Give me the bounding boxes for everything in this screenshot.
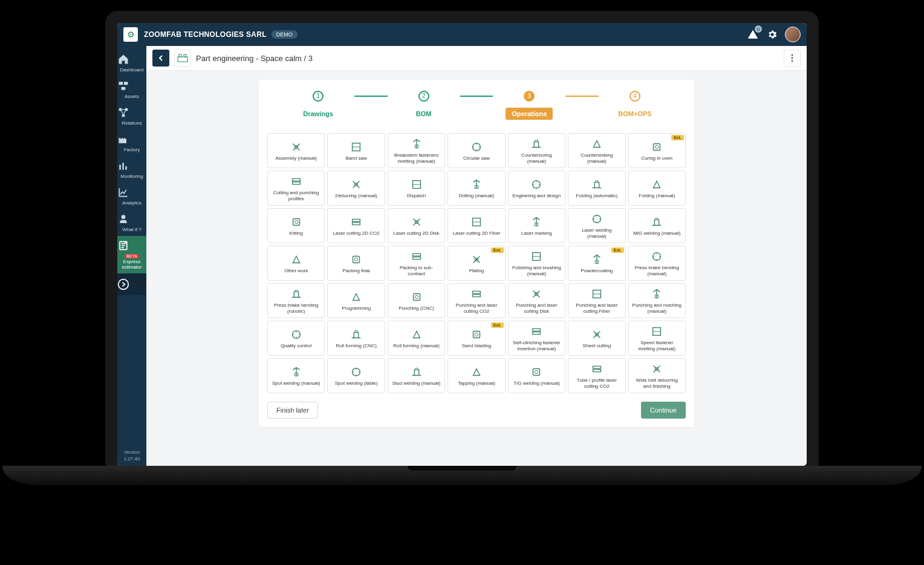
sidebar-item-monitoring[interactable]: Monitoring (117, 156, 146, 183)
operation-assembly-manual[interactable]: Assembly (manual) (267, 133, 325, 168)
operation-punching-cnc[interactable]: Punching (CNC) (388, 283, 445, 318)
sidebar-item-factory[interactable]: Factory (117, 129, 146, 156)
operation-curing-in-oven[interactable]: Ext.Curing in oven (628, 133, 686, 168)
operation-press-brake-bending-robotic[interactable]: Press brake bending (robotic) (267, 283, 325, 318)
operation-circular-saw[interactable]: Circular saw (447, 133, 505, 168)
operation-punching-and-laser-cutting-disk[interactable]: Punching and laser cutting Disk (508, 283, 565, 318)
operation-plating[interactable]: Ext.Plating (447, 246, 505, 281)
operation-mig-welding-manual[interactable]: MIG welding (manual) (628, 208, 686, 243)
operation-counterboring-manual[interactable]: Counterboring (manual) (508, 133, 565, 168)
notifications-icon[interactable]: 0 (745, 27, 761, 42)
operation-folding-automatic[interactable]: Folding (automatic) (568, 171, 625, 206)
svg-rect-8 (125, 166, 127, 170)
sidebar-item-analytics[interactable]: Analytics (117, 183, 146, 209)
operation-punching-and-laser-cutting-co2[interactable]: Punching and laser cutting CO2 (447, 283, 505, 318)
operation-press-brake-bending-manual[interactable]: Press brake bending (manual) (628, 246, 686, 281)
operation-laser-cutting-2d-co2[interactable]: Laser cutting 2D CO2 (327, 208, 385, 243)
finish-later-button[interactable]: Finish later (267, 402, 318, 419)
operation-label: Roll forming (manual) (393, 343, 439, 349)
operation-enginering-and-design[interactable]: Enginering and design (508, 171, 565, 206)
operation-self-clinching-fastener-insertion-manual[interactable]: Self-clinching fastener insertion (manua… (508, 321, 565, 356)
step-label: BOM+OPS (618, 110, 651, 117)
operation-powdercoating[interactable]: Ext.Powdercoating (568, 246, 625, 281)
operation-drilling-manual[interactable]: Drilling (manual) (447, 171, 505, 206)
operation-kitting[interactable]: Kitting (267, 208, 325, 243)
operation-roll-forming-cnc[interactable]: Roll forming (CNC) (327, 321, 385, 356)
operation-tapping-manual[interactable]: Tapping (manual) (447, 358, 505, 393)
operation-icon (650, 250, 663, 263)
operation-label: Programming (342, 305, 371, 312)
operation-tig-welding-manual[interactable]: TIG welding (manual) (508, 358, 565, 393)
sidebar-item-dashboard[interactable]: Dashboard (117, 50, 146, 76)
operation-punching-and-laser-cutting-fiber[interactable]: Punching and laser cutting Fiber (568, 283, 625, 318)
step-bom[interactable]: 2BOM (388, 91, 460, 119)
operation-laser-cutting-2d-disk[interactable]: Laser cutting 2D Disk (388, 208, 445, 243)
operation-label: Curing in oven (641, 155, 672, 162)
sidebar-item-label: What if ? (117, 227, 146, 232)
operation-other-work[interactable]: Other work (267, 246, 325, 281)
sidebar-next-button[interactable] (117, 273, 146, 295)
operation-icon (410, 365, 423, 379)
operation-label: MIG welding (manual) (633, 230, 680, 237)
svg-rect-0 (119, 82, 123, 85)
operation-laser-marking[interactable]: Laser marking (508, 208, 565, 243)
operation-polishing-and-brushing-manual[interactable]: Polishing and brushing (manual) (508, 246, 565, 281)
operation-cutting-and-punching-profiles[interactable]: Cutting and punching profiles (267, 171, 325, 206)
settings-icon[interactable] (764, 27, 780, 42)
operation-stud-welding-manual[interactable]: Stud welding (manual) (388, 358, 445, 393)
avatar[interactable] (785, 27, 801, 42)
svg-point-5 (122, 114, 125, 117)
step-bom-ops[interactable]: 4BOM+OPS (599, 91, 671, 119)
sidebar-item-relations[interactable]: Relations (117, 103, 146, 129)
operation-dispatch[interactable]: Dispatch (388, 171, 445, 206)
version-label: Version1.27.40 (124, 446, 140, 466)
operation-icon (650, 140, 663, 154)
operation-tube-profile-laser-cutting-co2[interactable]: Tube / profile laser cutting CO2 (568, 358, 625, 393)
operation-icon (590, 362, 604, 376)
step-drawings[interactable]: 1Drawings (282, 91, 354, 119)
step-number: 1 (313, 91, 324, 102)
factory-icon (117, 133, 146, 145)
svg-point-54 (535, 370, 539, 374)
operation-icon (410, 215, 423, 229)
operation-packing-final[interactable]: Packing final (327, 246, 385, 281)
operation-spot-welding-manual[interactable]: Spot welding (manual) (267, 358, 325, 393)
operation-breakstem-fasteners-rivetting-manual[interactable]: Breakstem fasteners rivetting (manual) (388, 133, 445, 168)
operation-speed-fastener-rivetting-manual[interactable]: Speed fastener rivetting (manual) (628, 321, 686, 356)
operation-quality-control[interactable]: Quality control (267, 321, 325, 356)
sidebar-item-express-estimator[interactable]: BETAExpress estimator (117, 236, 146, 273)
operation-folding-manual[interactable]: Folding (manual) (628, 171, 686, 206)
operation-countersinking-manual[interactable]: Countersinking (manual) (568, 133, 625, 168)
operation-sand-blasting[interactable]: Ext.Sand blasting (447, 321, 505, 356)
operation-wide-belt-deburring-and-finishing[interactable]: Wide belt deburring and finishing (628, 358, 686, 393)
operation-sheet-cutting[interactable]: Sheet cutting (568, 321, 625, 356)
operation-label: Dispatch (407, 193, 426, 199)
sidebar-item-assets[interactable]: Assets (117, 76, 146, 103)
part-icon (174, 50, 191, 67)
external-badge: Ext. (611, 247, 624, 253)
operation-label: Packing to sub-contract (392, 265, 441, 276)
back-button[interactable] (152, 50, 169, 67)
step-number: 2 (418, 91, 429, 102)
operation-band-saw[interactable]: Band saw (327, 133, 385, 168)
operation-icon (290, 328, 303, 341)
operation-programming[interactable]: Programming (327, 283, 385, 318)
continue-button[interactable]: Continue (641, 402, 686, 419)
operation-deburring-manual[interactable]: Deburring (manual) (327, 171, 385, 206)
operation-laser-cutting-2d-fiber[interactable]: Laser cutting 2D Fiber (447, 208, 505, 243)
demo-badge: DEMO (272, 30, 298, 39)
operation-label: Assembly (manual) (275, 155, 316, 162)
more-menu-button[interactable] (784, 50, 801, 67)
operation-icon (350, 178, 363, 191)
step-operations[interactable]: 3Operations (493, 91, 565, 120)
sidebar-item-label: Express estimator (117, 259, 146, 270)
operation-spot-welding-table[interactable]: Spot welding (table) (327, 358, 385, 393)
step-connector (460, 96, 493, 97)
operation-punching-and-notching-manual[interactable]: Punching and notching (manual) (628, 283, 686, 318)
operation-laser-welding-manual[interactable]: Laser welding (manual) (568, 208, 625, 243)
notifications-count: 0 (755, 25, 762, 33)
operation-label: Punching and laser cutting Disk (512, 302, 561, 314)
operation-roll-forming-manual[interactable]: Roll forming (manual) (388, 321, 445, 356)
sidebar-item-what-if-[interactable]: What if ? (117, 209, 146, 236)
operation-packing-to-sub-contract[interactable]: Packing to sub-contract (388, 246, 445, 281)
